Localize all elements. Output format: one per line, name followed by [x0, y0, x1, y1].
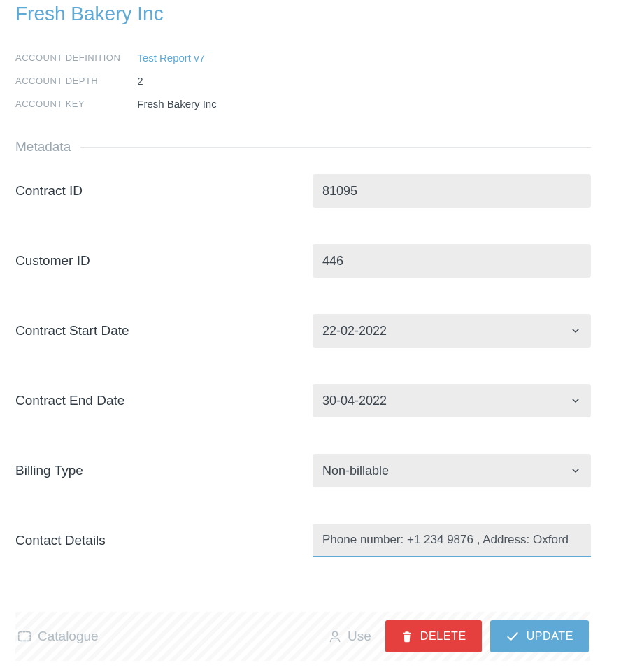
- account-depth-label: ACCOUNT DEPTH: [15, 69, 137, 92]
- contract-start-label: Contract Start Date: [15, 323, 313, 338]
- main-scroll-area[interactable]: Fresh Bakery Inc ACCOUNT DEFINITION Test…: [0, 0, 606, 672]
- user-icon: [328, 629, 342, 643]
- footer-user-label: Use: [348, 629, 371, 644]
- page-title: Fresh Bakery Inc: [15, 3, 591, 25]
- catalogue-icon: [17, 629, 32, 644]
- delete-button[interactable]: DELETE: [385, 620, 482, 652]
- update-button-label: UPDATE: [527, 630, 573, 643]
- footer-user[interactable]: Use: [328, 629, 371, 644]
- section-divider: [80, 147, 591, 148]
- check-icon: [506, 629, 520, 643]
- contract-id-input[interactable]: [313, 174, 591, 208]
- contact-details-input[interactable]: [313, 524, 591, 557]
- delete-button-label: DELETE: [420, 630, 466, 643]
- billing-type-row: Billing Type: [15, 454, 591, 487]
- contract-start-row: Contract Start Date: [15, 314, 591, 348]
- customer-id-input[interactable]: [313, 244, 591, 278]
- customer-id-row: Customer ID: [15, 244, 591, 278]
- svg-rect-0: [19, 632, 31, 641]
- update-button[interactable]: UPDATE: [490, 620, 589, 652]
- billing-type-select[interactable]: [313, 454, 591, 487]
- account-key-value: Fresh Bakery Inc: [137, 92, 216, 115]
- contact-details-label: Contact Details: [15, 533, 313, 548]
- footer-catalogue-label: Catalogue: [38, 629, 99, 644]
- customer-id-label: Customer ID: [15, 253, 313, 269]
- trash-icon: [401, 630, 413, 643]
- account-depth-value: 2: [137, 69, 216, 92]
- contract-id-label: Contract ID: [15, 183, 313, 199]
- contract-end-label: Contract End Date: [15, 393, 313, 408]
- contract-id-row: Contract ID: [15, 174, 591, 208]
- metadata-section-header: Metadata: [15, 139, 591, 155]
- metadata-section-title: Metadata: [15, 139, 71, 155]
- contact-details-row: Contact Details: [15, 524, 591, 557]
- account-info-table: ACCOUNT DEFINITION Test Report v7 ACCOUN…: [15, 46, 217, 115]
- footer-action-bar: Catalogue Use DELETE UPDATE: [15, 612, 590, 661]
- contract-end-row: Contract End Date: [15, 384, 591, 417]
- account-key-label: ACCOUNT KEY: [15, 92, 137, 115]
- billing-type-label: Billing Type: [15, 463, 313, 478]
- contract-end-select[interactable]: [313, 384, 591, 417]
- contract-start-select[interactable]: [313, 314, 591, 348]
- account-definition-label: ACCOUNT DEFINITION: [15, 46, 137, 69]
- svg-point-1: [333, 631, 338, 636]
- account-definition-link[interactable]: Test Report v7: [137, 46, 216, 69]
- footer-catalogue[interactable]: Catalogue: [17, 629, 99, 644]
